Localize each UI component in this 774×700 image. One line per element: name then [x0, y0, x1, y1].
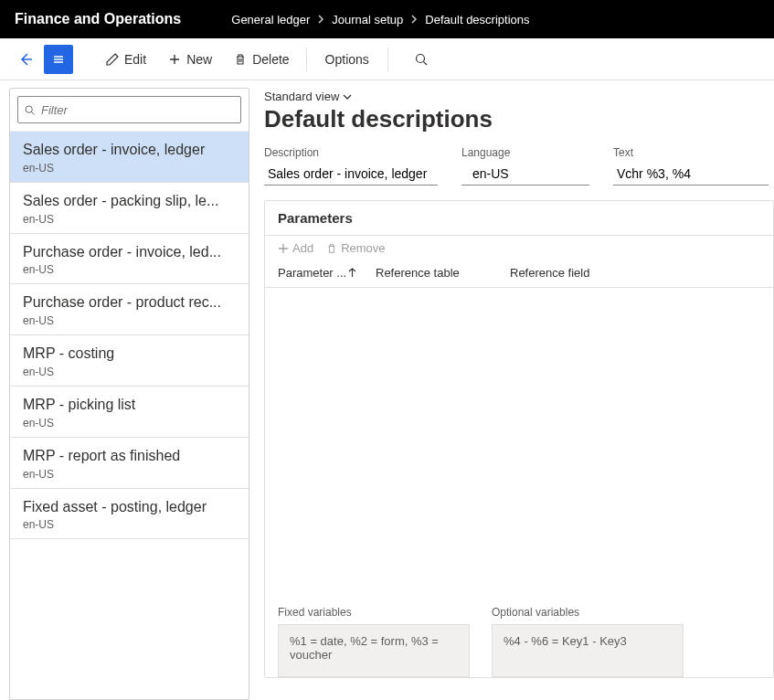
column-reference-field[interactable]: Reference field [510, 266, 760, 280]
list-item-title: MRP - picking list [23, 396, 236, 415]
list-item-language: en-US [23, 518, 236, 531]
remove-label: Remove [341, 241, 385, 255]
view-switcher[interactable]: Standard view [264, 90, 774, 103]
pencil-icon [106, 53, 119, 66]
options-button[interactable]: Options [314, 47, 380, 72]
list-item-language: en-US [23, 162, 236, 175]
optional-variables-box: %4 - %6 = Key1 - Key3 [492, 624, 684, 677]
list-item-title: Purchase order - invoice, led... [23, 243, 236, 262]
filter-row [10, 89, 249, 132]
field-text: Text [613, 146, 769, 186]
breadcrumb-item-1[interactable]: Journal setup [332, 13, 403, 27]
list-item[interactable]: MRP - costingen-US [10, 335, 249, 387]
optional-variables-label: Optional variables [492, 606, 684, 619]
fixed-variables-label: Fixed variables [278, 606, 470, 619]
trash-icon [234, 53, 247, 66]
list-pane: Sales order - invoice, ledgeren-USSales … [9, 88, 249, 700]
list-item[interactable]: MRP - report as finisheden-US [10, 438, 249, 489]
variables-row: Fixed variables %1 = date, %2 = form, %3… [265, 591, 773, 677]
add-label: Add [292, 241, 313, 255]
list-item[interactable]: Purchase order - product rec...en-US [10, 284, 249, 335]
chevron-down-icon [343, 93, 352, 101]
column-parameter[interactable]: Parameter ... [278, 266, 365, 280]
edit-button[interactable]: Edit [97, 47, 155, 72]
language-label: Language [461, 146, 589, 159]
back-button[interactable] [11, 45, 40, 74]
remove-button[interactable]: Remove [326, 241, 385, 255]
separator [306, 48, 307, 71]
view-label: Standard view [264, 90, 339, 103]
add-button[interactable]: Add [278, 241, 313, 255]
field-language: Language [461, 146, 589, 186]
parameters-panel: Parameters Add Remove Parameter .. [264, 200, 774, 678]
search-button[interactable] [407, 45, 436, 74]
filter-input-wrap[interactable] [17, 96, 241, 123]
list-item-language: en-US [23, 314, 236, 327]
delete-button[interactable]: Delete [225, 47, 298, 72]
page-title: Default descriptions [264, 105, 774, 133]
list-item[interactable]: Sales order - packing slip, le...en-US [10, 183, 249, 234]
fixed-variables: Fixed variables %1 = date, %2 = form, %3… [278, 606, 470, 677]
svg-point-0 [416, 54, 424, 62]
new-button[interactable]: New [159, 47, 221, 72]
list-item-title: Purchase order - product rec... [23, 293, 236, 313]
text-label: Text [613, 146, 769, 159]
field-description: Description [264, 146, 438, 186]
sort-asc-icon [348, 268, 356, 278]
breadcrumb: General ledger Journal setup Default des… [231, 13, 529, 27]
plus-icon [278, 243, 289, 254]
header-bar: Finance and Operations General ledger Jo… [0, 0, 774, 38]
list-item-title: Sales order - packing slip, le... [23, 192, 236, 211]
grid-body[interactable] [265, 288, 773, 591]
separator [387, 48, 388, 71]
detail-pane: Standard view Default descriptions Descr… [249, 80, 774, 700]
list-item-language: en-US [23, 366, 236, 378]
main: Sales order - invoice, ledgeren-USSales … [0, 80, 774, 700]
list-item[interactable]: Fixed asset - posting, ledgeren-US [10, 489, 249, 540]
app-title: Finance and Operations [15, 11, 181, 27]
plus-icon [168, 53, 181, 66]
list-item[interactable]: Purchase order - invoice, led...en-US [10, 234, 249, 285]
column-reference-table[interactable]: Reference table [376, 266, 499, 280]
description-input[interactable] [264, 163, 438, 186]
optional-variables: Optional variables %4 - %6 = Key1 - Key3 [492, 606, 684, 677]
list-item-title: MRP - report as finished [23, 447, 236, 466]
list-item-language: en-US [23, 263, 236, 276]
action-bar: Edit New Delete Options [0, 38, 774, 80]
trash-icon [326, 243, 337, 254]
list-item-title: MRP - costing [23, 345, 236, 364]
list-item-language: en-US [23, 468, 236, 481]
breadcrumb-item-2[interactable]: Default descriptions [425, 13, 529, 27]
list-item-language: en-US [23, 417, 236, 430]
language-input[interactable] [461, 163, 589, 186]
list-item[interactable]: MRP - picking listen-US [10, 387, 249, 438]
grid-header: Parameter ... Reference table Reference … [265, 260, 773, 288]
parameters-header[interactable]: Parameters [265, 201, 773, 236]
breadcrumb-item-0[interactable]: General ledger [231, 13, 310, 27]
list-item-language: en-US [23, 213, 236, 226]
edit-label: Edit [124, 52, 146, 67]
text-input[interactable] [613, 163, 769, 186]
list-item[interactable]: Sales order - invoice, ledgeren-US [10, 132, 249, 183]
list-view-button[interactable] [44, 45, 73, 74]
list-item-title: Fixed asset - posting, ledger [23, 498, 236, 517]
search-icon [24, 104, 36, 116]
fixed-variables-box: %1 = date, %2 = form, %3 = voucher [278, 624, 470, 677]
chevron-right-icon [317, 15, 324, 24]
svg-point-1 [26, 106, 32, 112]
new-label: New [186, 52, 212, 67]
list-container: Sales order - invoice, ledgeren-USSales … [10, 132, 249, 539]
fields-row: Description Language Text [264, 146, 774, 186]
chevron-right-icon [410, 15, 418, 24]
filter-input[interactable] [41, 103, 235, 117]
parameters-actions: Add Remove [265, 236, 773, 260]
delete-label: Delete [252, 52, 289, 67]
list-item-title: Sales order - invoice, ledger [23, 141, 236, 160]
description-label: Description [264, 146, 438, 159]
